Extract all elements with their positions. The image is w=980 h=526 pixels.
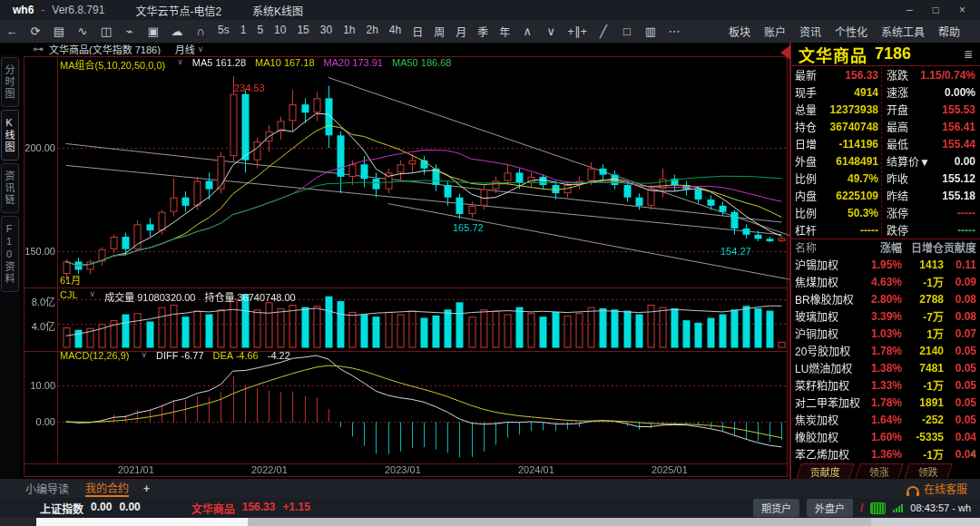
tool-icon[interactable]: ∨ [544,24,558,38]
board-row[interactable]: 沪锡加权 1.95% 1413 0.11 [791,256,980,273]
board-tab[interactable]: 领跌 [904,463,953,479]
period-button[interactable]: 1 [240,24,247,39]
maximize-button[interactable]: □ [933,4,939,16]
toolbar-icon[interactable]: ◫ [99,24,113,38]
contract-oi-change: 1413 [902,258,944,271]
quote-row[interactable]: 杠杆 ----- 跌停 ----- [791,221,980,239]
taskbar-active-app-segment[interactable] [36,518,248,526]
symbol-ticker[interactable]: 文华商品 156.33 +1.15 [191,501,310,516]
futures-account-button[interactable]: 期货户 [753,499,799,517]
board-row[interactable]: 沪铜加权 1.03% 1万 0.07 [791,325,980,342]
toolbar-icon[interactable]: ⟳ [28,24,43,38]
minimize-button[interactable]: – [906,4,913,16]
quote-row[interactable]: 日增 -114196 最低 155.44 [791,135,980,152]
col-oi-change[interactable]: 日增仓 [902,239,944,255]
toolbar-icon[interactable]: ← [5,24,19,38]
board-row[interactable]: 焦炭加权 1.64% -252 0.05 [791,411,980,428]
quote-row[interactable]: 比例 50.3% 涨停 ----- [791,204,980,221]
menu-item[interactable]: 资讯 [799,24,821,39]
quote-row[interactable]: 现手 4914 速涨 0.00% [791,83,980,101]
period-button[interactable]: 年 [499,24,510,39]
contract-oi-change: -1万 [902,446,944,462]
os-taskbar[interactable] [0,518,980,526]
col-contribution[interactable]: 贡献度 [944,239,976,255]
title-tab-cloud-node[interactable]: 文华云节点-电信2 [135,3,221,18]
period-button[interactable]: 5s [218,24,230,39]
tool-icon[interactable]: ╱ [596,24,611,38]
sidebar-tab[interactable]: 资讯链 [1,163,19,213]
index-ticker[interactable]: 上证指数 0.00 0.00 [40,501,141,516]
board-row[interactable]: 菜籽粕加权 1.33% -1万 0.05 [791,376,980,394]
toolbar-icon[interactable]: ▣ [146,24,161,38]
quote-row[interactable]: 比例 49.7% 昨收 155.12 [791,170,980,187]
tool-icon[interactable]: ▥ [643,24,658,38]
quote-value: 6148491 [817,155,878,168]
contract-contribution: 0.08 [944,310,976,323]
menu-item[interactable]: 个性化 [835,24,867,39]
sidebar-tab[interactable]: F10资料 [1,216,19,292]
online-service-button[interactable]: 在线客服 [906,481,980,496]
tool-icon[interactable]: □ [620,24,634,38]
period-button[interactable]: 5 [257,24,263,39]
board-row[interactable]: LU燃油加权 1.38% 7481 0.05 [791,359,980,376]
period-button[interactable]: 日 [412,24,423,39]
sidebar-tab[interactable]: K线图 [1,110,19,161]
tab-editor-guide[interactable]: 小编导读 [25,481,69,496]
tool-icon[interactable]: ⋯ [667,24,681,38]
period-button[interactable]: 季 [477,24,488,39]
period-button[interactable]: 10 [274,24,286,39]
link-icon[interactable]: ⊶ [33,43,44,55]
col-change[interactable]: 涨幅 [864,239,902,255]
tab-my-contracts[interactable]: 我的合约 [85,480,129,497]
toolbar-icon[interactable]: ∩ [193,24,208,38]
period-button[interactable]: 月 [456,24,466,39]
board-row[interactable]: 20号胶加权 1.78% 2140 0.05 [791,342,980,359]
menu-item[interactable]: 帮助 [938,24,960,39]
contract-oi-change: -1万 [902,274,944,289]
quote-row[interactable]: 外盘 6148491 结算价▼ 0.00 [791,152,980,170]
period-button[interactable]: 1h [343,24,355,39]
menu-item[interactable]: 系统工具 [881,24,925,39]
close-button[interactable]: × [959,4,965,16]
board-row[interactable]: 橡胶加权 1.60% -5335 0.04 [791,428,980,445]
toolbar-icon[interactable]: ⌁ [122,24,137,38]
sidebar-tab[interactable]: 分时图 [1,57,19,107]
quote-value: 49.7% [817,172,878,185]
board-row[interactable]: 苯乙烯加权 1.36% -1万 0.04 [791,445,980,463]
quote-symbol-name[interactable]: 文华商品 [799,43,867,66]
board-row[interactable]: 对二甲苯加权 1.78% 1891 0.05 [791,394,980,411]
menu-item[interactable]: 板块 [729,24,750,39]
period-button[interactable]: 15 [297,24,309,39]
add-tab-button[interactable]: + [143,482,150,495]
toolbar-icon[interactable]: ☁ [170,24,184,38]
board-row[interactable]: 玻璃加权 3.39% -7万 0.08 [791,307,980,325]
period-buttons: 5s151015301h2h4h日周月季年 [212,24,515,39]
contract-contribution: 0.05 [944,396,976,409]
quote-menu-icon[interactable]: ≣ [964,48,973,61]
period-button[interactable]: 周 [434,24,445,39]
quote-value: 155.18 [908,190,975,202]
quote-row[interactable]: 内盘 6225109 昨结 155.18 [791,187,980,204]
title-tab-system-kline[interactable]: 系统K线图 [252,3,303,18]
quote-row[interactable]: 持仓 36740748 最高 156.41 [791,118,980,135]
external-account-button[interactable]: 外盘户 [807,499,853,517]
period-button[interactable]: 30 [320,24,332,39]
period-button[interactable]: 2h [367,24,378,39]
kline-canvas[interactable] [20,54,789,479]
menu-item[interactable]: 账户 [764,24,786,39]
quote-row[interactable]: 总量 12373938 开盘 155.53 [791,101,980,118]
scroll-more-icon[interactable]: « [969,452,979,457]
keyboard-wizard-icon[interactable] [870,502,886,514]
quote-symbol-code[interactable]: 7186 [875,44,911,63]
board-row[interactable]: 焦煤加权 4.63% -1万 0.09 [791,273,980,290]
toolbar-icon[interactable]: ∿ [75,24,90,38]
board-tab[interactable]: 贡献度 [796,463,855,479]
col-name[interactable]: 名称 [795,239,864,255]
period-button[interactable]: 4h [389,24,401,39]
tool-icon[interactable]: +∥+ [567,24,587,38]
tool-icon[interactable]: ∧ [520,24,534,38]
board-row[interactable]: BR橡胶加权 2.80% 2788 0.08 [791,290,980,307]
toolbar-icon[interactable]: ▤ [52,24,66,38]
quote-row[interactable]: 最新 156.33 涨跌 1.15/0.74% [791,66,980,83]
board-tab[interactable]: 领涨 [855,463,904,479]
